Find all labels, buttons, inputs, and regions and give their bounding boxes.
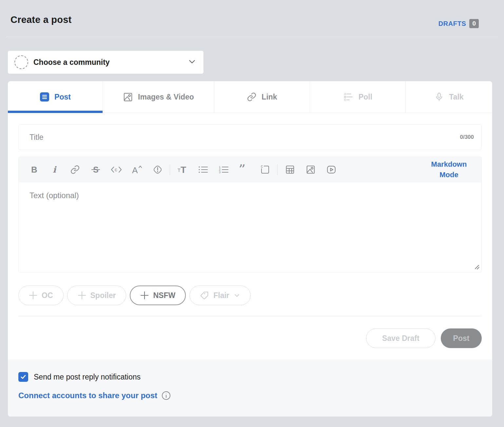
tab-post[interactable]: Post <box>8 81 103 113</box>
link-icon[interactable] <box>65 160 85 179</box>
drafts-button[interactable]: DRAFTS 0 <box>438 19 479 28</box>
tab-images-video[interactable]: Images & Video <box>103 81 214 113</box>
video-icon[interactable] <box>321 160 341 179</box>
post-tag-buttons: OC Spoiler NSFW Flair <box>18 286 251 305</box>
bold-icon[interactable]: B <box>23 160 44 179</box>
post-button[interactable]: Post <box>441 328 482 348</box>
plus-icon <box>29 291 37 300</box>
svg-text:C: C <box>344 98 346 102</box>
body-placeholder: Text (optional) <box>29 191 79 200</box>
resize-handle-icon[interactable] <box>474 264 480 271</box>
notifications-label: Send me post reply notifications <box>34 373 141 381</box>
page-header: Create a post DRAFTS 0 <box>0 0 504 37</box>
inline-code-icon[interactable]: c <box>106 160 126 179</box>
notifications-toggle-row[interactable]: Send me post reply notifications <box>18 372 482 382</box>
markdown-mode-toggle[interactable]: Markdown Mode <box>422 159 477 180</box>
svg-text:c: c <box>261 164 263 169</box>
post-actions: Save Draft Post <box>366 328 482 348</box>
connect-accounts-row: Connect accounts to share your post <box>18 391 482 400</box>
drafts-label[interactable]: DRAFTS <box>438 20 466 28</box>
svg-text:c: c <box>115 167 117 172</box>
table-icon[interactable] <box>280 160 300 179</box>
post-type-tabs: Post Images & Video Link A B C Poll Talk <box>8 81 492 113</box>
svg-text:A: A <box>132 165 138 175</box>
title-field-wrapper: 0/300 <box>18 124 482 150</box>
svg-text:T: T <box>178 168 181 173</box>
microphone-icon <box>434 92 444 102</box>
spoiler-button[interactable]: Spoiler <box>67 286 126 305</box>
actions-divider <box>18 316 482 316</box>
flair-button-label: Flair <box>213 291 229 300</box>
svg-text:”: ” <box>239 164 245 175</box>
info-icon[interactable] <box>162 391 171 400</box>
nsfw-button-label: NSFW <box>153 291 175 300</box>
tab-link-label: Link <box>262 93 277 102</box>
card-footer: Send me post reply notifications Connect… <box>8 360 492 417</box>
chevron-down-icon <box>188 57 196 67</box>
spoiler-icon[interactable] <box>147 160 168 179</box>
plus-icon <box>78 291 86 300</box>
community-dropdown[interactable]: Choose a community <box>8 51 204 74</box>
oc-button[interactable]: OC <box>18 286 64 305</box>
drafts-count-badge: 0 <box>469 19 479 28</box>
flair-tag-icon <box>200 291 209 300</box>
svg-text:B: B <box>31 165 37 175</box>
body-editor: B i S c A TT <box>18 157 482 272</box>
spoiler-button-label: Spoiler <box>90 291 116 300</box>
svg-text:3: 3 <box>219 171 221 174</box>
flair-button[interactable]: Flair <box>189 286 251 305</box>
header-divider <box>6 37 498 37</box>
post-icon <box>40 92 49 102</box>
quote-icon[interactable]: ” <box>234 160 255 179</box>
toolbar-separator <box>277 164 278 175</box>
oc-button-label: OC <box>42 291 53 300</box>
tab-post-label: Post <box>54 93 71 102</box>
numbered-list-icon[interactable]: 123 <box>213 160 234 179</box>
image-icon[interactable] <box>300 160 321 179</box>
code-block-icon[interactable]: c <box>255 160 275 179</box>
heading-icon[interactable]: TT <box>172 160 193 179</box>
link-icon <box>247 92 257 102</box>
body-textarea[interactable]: Text (optional) <box>19 182 481 272</box>
svg-text:i: i <box>53 165 57 175</box>
title-char-counter: 0/300 <box>460 134 474 140</box>
tab-talk[interactable]: Talk <box>406 81 492 113</box>
create-post-card: Post Images & Video Link A B C Poll Talk… <box>8 81 492 417</box>
formatting-toolbar: B i S c A TT <box>19 157 481 182</box>
save-draft-button[interactable]: Save Draft <box>366 328 436 348</box>
superscript-icon[interactable]: A <box>126 160 147 179</box>
community-dropdown-label: Choose a community <box>33 58 188 67</box>
nsfw-button[interactable]: NSFW <box>130 286 186 305</box>
chevron-down-icon <box>234 292 240 299</box>
plus-icon <box>140 291 149 300</box>
tab-poll-label: Poll <box>359 93 372 102</box>
tab-images-video-label: Images & Video <box>138 93 194 102</box>
tab-poll[interactable]: A B C Poll <box>310 81 406 113</box>
notifications-checkbox[interactable] <box>18 372 28 382</box>
toolbar-separator <box>170 164 170 175</box>
community-avatar-placeholder-icon <box>14 55 28 69</box>
tab-talk-label: Talk <box>449 93 463 102</box>
bulleted-list-icon[interactable] <box>193 160 213 179</box>
poll-icon: A B C <box>343 92 354 102</box>
page-title: Create a post <box>10 14 71 25</box>
connect-accounts-link[interactable]: Connect accounts to share your post <box>18 391 157 400</box>
image-icon <box>123 92 133 102</box>
tab-link[interactable]: Link <box>214 81 310 113</box>
svg-text:T: T <box>181 165 186 175</box>
active-tab-underline <box>8 111 103 113</box>
strikethrough-icon[interactable]: S <box>85 160 106 179</box>
italic-icon[interactable]: i <box>44 160 65 179</box>
title-input[interactable] <box>18 124 482 150</box>
checkmark-icon <box>20 374 26 380</box>
